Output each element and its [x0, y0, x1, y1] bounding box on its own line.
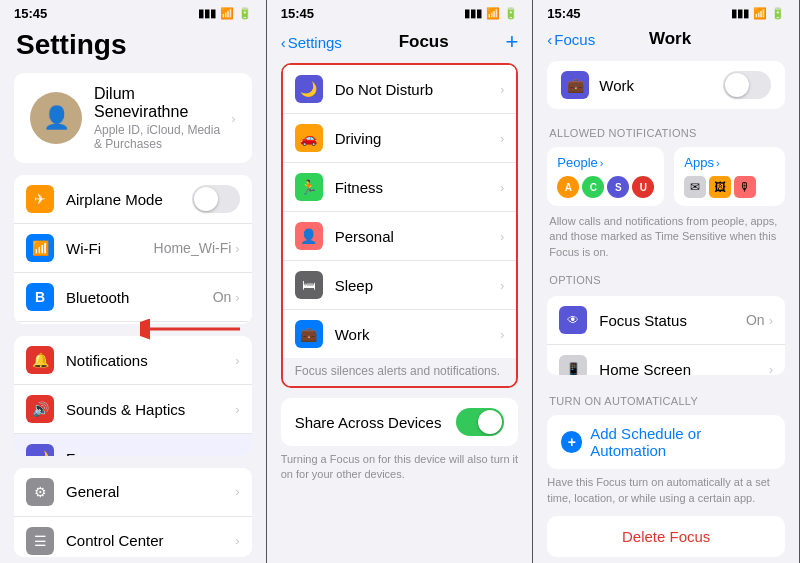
avatar-a: A: [557, 176, 579, 198]
focus-icon: 🌙: [26, 444, 54, 455]
profile-sub: Apple ID, iCloud, Media & Purchases: [94, 123, 231, 151]
home-screen-chevron: ›: [769, 362, 773, 376]
wifi-icon-2: 📶: [486, 7, 500, 20]
work-back-button[interactable]: ‹ Focus: [547, 31, 595, 48]
allowed-grid: People › A C S U Apps › ✉ 🖼 🎙: [547, 147, 785, 206]
people-title: People ›: [557, 155, 654, 170]
wifi-chevron: ›: [235, 241, 239, 256]
general-icon: ⚙: [26, 478, 54, 506]
do-not-disturb-item[interactable]: 🌙 Do Not Disturb ›: [283, 65, 517, 114]
fitness-label: Fitness: [335, 179, 500, 196]
focus-status-item[interactable]: 👁 Focus Status On ›: [547, 296, 785, 345]
time-2: 15:45: [281, 6, 314, 21]
home-screen-label: Home Screen: [599, 361, 768, 376]
focus-item[interactable]: 🌙 Focus ›: [14, 434, 252, 455]
avatar-c: C: [582, 176, 604, 198]
turn-on-auto-header: TURN ON AUTOMATICALLY: [533, 381, 799, 411]
share-label: Share Across Devices: [295, 414, 442, 431]
airplane-icon: ✈: [26, 185, 54, 213]
status-bar-2: 15:45 ▮▮▮ 📶 🔋: [267, 0, 533, 25]
airplane-toggle[interactable]: [192, 185, 240, 213]
people-box[interactable]: People › A C S U: [547, 147, 664, 206]
work-toggle-row: 💼 Work: [547, 61, 785, 109]
focus-add-button[interactable]: +: [505, 29, 518, 55]
personal-icon: 👤: [295, 222, 323, 250]
focus-items-group: 🌙 Do Not Disturb › 🚗 Driving › 🏃 Fitness…: [283, 65, 517, 358]
share-row: Share Across Devices: [281, 398, 519, 446]
driving-chevron: ›: [500, 131, 504, 146]
focus-list-highlight: 🌙 Do Not Disturb › 🚗 Driving › 🏃 Fitness…: [281, 63, 519, 388]
add-schedule-button[interactable]: + Add Schedule or Automation: [547, 415, 785, 469]
add-schedule-plus-icon: +: [561, 431, 582, 453]
work-toggle[interactable]: [723, 71, 771, 99]
share-toggle[interactable]: [456, 408, 504, 436]
control-center-label: Control Center: [66, 532, 235, 549]
focus-back-button[interactable]: ‹ Settings: [281, 34, 342, 51]
time-3: 15:45: [547, 6, 580, 21]
allowed-desc: Allow calls and notifications from peopl…: [547, 214, 785, 260]
focus-chevron: ›: [235, 451, 239, 456]
work-nav-bar: ‹ Focus Work: [533, 25, 799, 57]
work-icon-box: 💼: [561, 71, 589, 99]
driving-item[interactable]: 🚗 Driving ›: [283, 114, 517, 163]
panel-work: 15:45 ▮▮▮ 📶 🔋 ‹ Focus Work 💼 Work ALLOWE…: [533, 0, 800, 563]
driving-icon: 🚗: [295, 124, 323, 152]
app-icon-mail: ✉: [684, 176, 706, 198]
bluetooth-icon: B: [26, 283, 54, 311]
home-screen-item[interactable]: 📱 Home Screen ›: [547, 345, 785, 375]
focus-status-label: Focus Status: [599, 312, 746, 329]
profile-chevron: ›: [231, 111, 235, 126]
signal-icon-2: ▮▮▮: [464, 7, 482, 20]
settings-group-2: 🔔 Notifications › 🔊 Sounds & Haptics › 🌙…: [14, 336, 252, 455]
signal-icon: ▮▮▮: [198, 7, 216, 20]
add-schedule-label: Add Schedule or Automation: [590, 425, 771, 459]
control-center-item[interactable]: ☰ Control Center ›: [14, 517, 252, 557]
sounds-chevron: ›: [235, 402, 239, 417]
apps-box[interactable]: Apps › ✉ 🖼 🎙: [674, 147, 785, 206]
signal-icon-3: ▮▮▮: [731, 7, 749, 20]
airplane-mode-item[interactable]: ✈ Airplane Mode: [14, 175, 252, 224]
airplane-label: Airplane Mode: [66, 191, 192, 208]
driving-label: Driving: [335, 130, 500, 147]
app-icon-gallery: 🖼: [709, 176, 731, 198]
avatar-s: S: [607, 176, 629, 198]
home-screen-icon: 📱: [559, 355, 587, 375]
work-nav-title: Work: [649, 29, 691, 49]
personal-item[interactable]: 👤 Personal ›: [283, 212, 517, 261]
fitness-item[interactable]: 🏃 Fitness ›: [283, 163, 517, 212]
battery-icon-2: 🔋: [504, 7, 518, 20]
bluetooth-label: Bluetooth: [66, 289, 213, 306]
dnd-icon: 🌙: [295, 75, 323, 103]
fitness-icon: 🏃: [295, 173, 323, 201]
fitness-chevron: ›: [500, 180, 504, 195]
sleep-item[interactable]: 🛏 Sleep ›: [283, 261, 517, 310]
personal-label: Personal: [335, 228, 500, 245]
profile-info: Dilum Senevirathne Apple ID, iCloud, Med…: [94, 85, 231, 151]
wifi-icon-box: 📶: [26, 234, 54, 262]
work-chevron: ›: [500, 327, 504, 342]
delete-focus-button[interactable]: Delete Focus: [547, 516, 785, 557]
status-icons-1: ▮▮▮ 📶 🔋: [198, 7, 252, 20]
app-icons-row: ✉ 🖼 🎙: [684, 176, 775, 198]
work-label: Work: [335, 326, 500, 343]
general-label: General: [66, 483, 235, 500]
work-back-chevron-icon: ‹: [547, 31, 552, 48]
status-icons-2: ▮▮▮ 📶 🔋: [464, 7, 518, 20]
work-item[interactable]: 💼 Work ›: [283, 310, 517, 358]
wifi-item[interactable]: 📶 Wi-Fi Home_Wi-Fi ›: [14, 224, 252, 273]
sleep-label: Sleep: [335, 277, 500, 294]
status-bar-3: 15:45 ▮▮▮ 📶 🔋: [533, 0, 799, 25]
bluetooth-value: On: [213, 289, 232, 305]
wifi-icon-3: 📶: [753, 7, 767, 20]
general-item[interactable]: ⚙ General ›: [14, 468, 252, 517]
red-arrow-1: [140, 309, 250, 353]
focus-label: Focus: [66, 450, 235, 456]
profile-row[interactable]: 👤 Dilum Senevirathne Apple ID, iCloud, M…: [14, 73, 252, 163]
sounds-item[interactable]: 🔊 Sounds & Haptics ›: [14, 385, 252, 434]
notifications-chevron: ›: [235, 353, 239, 368]
back-label: Settings: [288, 34, 342, 51]
avatar-u: U: [632, 176, 654, 198]
focus-status-chevron: ›: [769, 313, 773, 328]
control-center-icon: ☰: [26, 527, 54, 555]
people-chevron-icon: ›: [600, 157, 604, 169]
